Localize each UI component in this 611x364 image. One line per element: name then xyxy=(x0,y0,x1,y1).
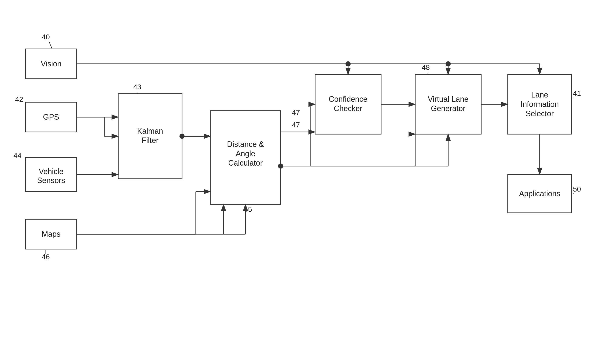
distance-angle-label-2: Angle xyxy=(236,149,255,158)
ref-41: 41 xyxy=(573,89,581,97)
ref-40: 40 xyxy=(42,33,50,41)
virtual-lane-gen-label-1: Virtual Lane xyxy=(428,95,468,104)
diagram-container: 40 42 44 46 43 45 48 41 50 47 Vision xyxy=(0,0,611,364)
ref-43: 43 xyxy=(133,83,141,91)
confidence-checker-label-1: Confidence xyxy=(329,95,367,104)
svg-line-0 xyxy=(49,41,52,49)
gps-label: GPS xyxy=(43,113,59,121)
ref-50: 50 xyxy=(573,185,581,193)
confidence-checker-label-2: Checker xyxy=(334,104,362,113)
ref-44: 44 xyxy=(13,151,22,159)
kalman-filter-label-2: Filter xyxy=(142,136,159,145)
lane-info-selector-label-3: Selector xyxy=(526,109,554,118)
ref-42: 42 xyxy=(15,95,23,103)
vehicle-sensors-label-2: Sensors xyxy=(37,176,65,185)
distance-angle-label-1: Distance & xyxy=(227,140,264,149)
applications-label: Applications xyxy=(519,189,560,198)
lane-info-selector-label-2: Information xyxy=(520,100,559,109)
ref-46: 46 xyxy=(42,253,50,261)
vision-label: Vision xyxy=(41,59,61,68)
maps-label: Maps xyxy=(42,230,60,238)
ref-47: 47 xyxy=(292,108,300,117)
vehicle-sensors-label-1: Vehicle xyxy=(39,167,64,176)
virtual-lane-gen-label-2: Generator xyxy=(431,104,465,113)
lane-info-selector-label-1: Lane xyxy=(531,91,548,99)
distance-angle-label-3: Calculator xyxy=(228,159,263,167)
ref-48: 48 xyxy=(422,63,430,71)
kalman-filter-label-1: Kalman xyxy=(137,127,163,135)
label-47-text: 47 xyxy=(292,121,300,129)
